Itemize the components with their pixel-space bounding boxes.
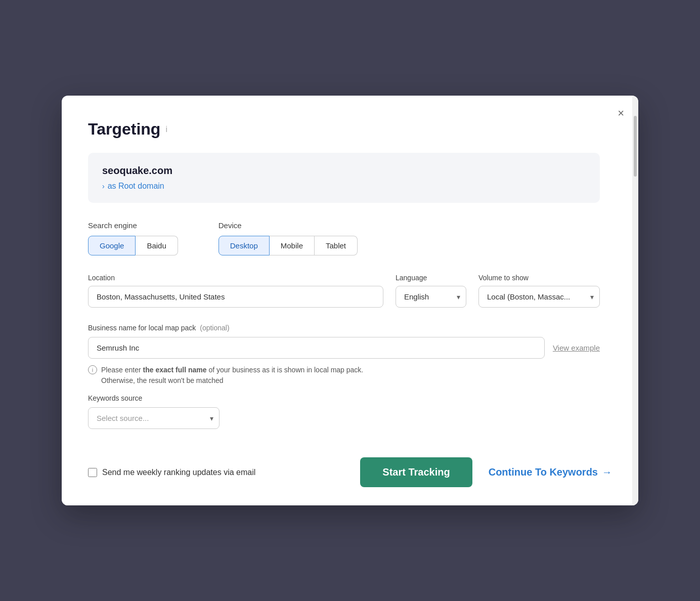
- domain-type-link[interactable]: › as Root domain: [102, 182, 586, 191]
- language-select[interactable]: English French Spanish German: [396, 286, 466, 308]
- footer-actions: Start Tracking Continue To Keywords →: [360, 457, 612, 487]
- keywords-label: Keywords source: [88, 394, 600, 402]
- volume-group: Volume to show Local (Boston, Massac... …: [478, 274, 600, 308]
- volume-select[interactable]: Local (Boston, Massac... National Global: [478, 286, 600, 308]
- business-label: Business name for local map pack: [88, 324, 196, 332]
- device-group: Device Desktop Mobile Tablet: [218, 221, 358, 255]
- modal-footer: Send me weekly ranking updates via email…: [62, 443, 638, 505]
- business-header: Business name for local map pack (option…: [88, 324, 600, 332]
- domain-name: seoquake.com: [102, 165, 586, 177]
- location-input[interactable]: [88, 286, 383, 308]
- keywords-source-select[interactable]: Select source... Manual entry Import fro…: [88, 407, 220, 429]
- domain-type-label: as Root domain: [108, 182, 164, 191]
- info-text-bold: the exact full name: [143, 366, 207, 374]
- language-label: Language: [396, 274, 466, 282]
- business-section: Business name for local map pack (option…: [88, 324, 600, 386]
- business-info-text: Please enter the exact full name of your…: [101, 365, 363, 386]
- search-engine-baidu[interactable]: Baidu: [136, 236, 178, 255]
- business-name-input[interactable]: [88, 337, 545, 359]
- title-info-icon[interactable]: i: [165, 125, 167, 134]
- info-text-line2: Otherwise, the result won't be matched: [101, 376, 224, 384]
- info-text-part1: Please enter: [101, 366, 143, 374]
- scrollbar[interactable]: [632, 96, 638, 505]
- continue-to-keywords-button[interactable]: Continue To Keywords →: [489, 466, 612, 478]
- location-label: Location: [88, 274, 383, 282]
- modal-backdrop: × Targeting i seoquake.com › as Root dom…: [0, 0, 700, 601]
- device-tablet[interactable]: Tablet: [315, 236, 358, 255]
- device-buttons: Desktop Mobile Tablet: [218, 236, 358, 255]
- arrow-icon: →: [602, 466, 612, 478]
- volume-select-wrapper: Local (Boston, Massac... National Global…: [478, 286, 600, 308]
- close-button[interactable]: ×: [616, 106, 626, 121]
- email-updates-checkbox[interactable]: [88, 468, 97, 477]
- search-engine-google[interactable]: Google: [88, 236, 136, 255]
- language-select-wrapper: English French Spanish German ▾: [396, 286, 466, 308]
- search-engine-group: Search engine Google Baidu: [88, 221, 178, 255]
- footer-left: Send me weekly ranking updates via email: [88, 468, 344, 477]
- keywords-select-wrapper: Select source... Manual entry Import fro…: [88, 407, 220, 429]
- domain-box: seoquake.com › as Root domain: [88, 153, 600, 203]
- location-group: Location: [88, 274, 383, 308]
- device-mobile[interactable]: Mobile: [270, 236, 315, 255]
- search-engine-label: Search engine: [88, 221, 178, 230]
- device-desktop[interactable]: Desktop: [218, 236, 270, 255]
- view-example-link[interactable]: View example: [553, 344, 600, 352]
- search-engine-buttons: Google Baidu: [88, 236, 178, 255]
- modal-content: seoquake.com › as Root domain Search eng…: [88, 153, 612, 429]
- business-optional: (optional): [200, 324, 229, 332]
- continue-label: Continue To Keywords: [489, 466, 598, 478]
- start-tracking-button[interactable]: Start Tracking: [360, 457, 472, 487]
- engine-device-row: Search engine Google Baidu Device Deskto…: [88, 221, 600, 255]
- email-updates-label: Send me weekly ranking updates via email: [102, 468, 255, 477]
- chevron-right-icon: ›: [102, 182, 105, 190]
- location-language-row: Location Language English French Spanish…: [88, 274, 600, 308]
- targeting-modal: × Targeting i seoquake.com › as Root dom…: [62, 96, 638, 505]
- volume-label: Volume to show: [478, 274, 600, 282]
- business-info-note: i Please enter the exact full name of yo…: [88, 365, 600, 386]
- language-group: Language English French Spanish German ▾: [396, 274, 466, 308]
- info-badge-icon: i: [88, 365, 97, 374]
- modal-title-text: Targeting: [88, 120, 160, 139]
- email-updates-checkbox-label[interactable]: Send me weekly ranking updates via email: [88, 468, 255, 477]
- keywords-section: Keywords source Select source... Manual …: [88, 394, 600, 429]
- device-label: Device: [218, 221, 358, 230]
- scrollbar-thumb: [634, 116, 637, 177]
- business-input-row: View example: [88, 337, 600, 359]
- info-text-part2: of your business as it is shown in local…: [207, 366, 364, 374]
- modal-title-area: Targeting i: [88, 120, 612, 139]
